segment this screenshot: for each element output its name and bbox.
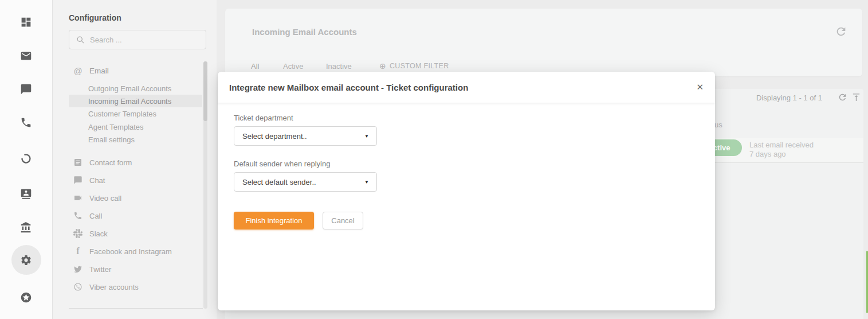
chevron-down-icon: ▼: [364, 134, 369, 139]
sidebar-item-incoming-email-accounts[interactable]: Incoming Email Accounts: [69, 95, 202, 107]
configuration-panel: Configuration @ Email Outgoing Email Acc…: [53, 0, 217, 319]
contact-form-icon: [73, 157, 83, 168]
ticket-department-label: Ticket department: [234, 114, 293, 122]
ticket-configuration-modal: Integrate new Mailbox email account - Ti…: [218, 72, 715, 310]
sidebar-item-video-call[interactable]: Video call: [69, 192, 202, 204]
tab-inactive[interactable]: Inactive: [326, 62, 352, 71]
modal-title: Integrate new Mailbox email account - Ti…: [229, 72, 468, 103]
configuration-title: Configuration: [69, 13, 121, 22]
twitter-icon: [73, 264, 83, 274]
dashboard-icon[interactable]: [19, 15, 33, 29]
sidebar-item-chat[interactable]: Chat: [69, 174, 202, 186]
tab-active[interactable]: Active: [283, 62, 303, 71]
last-email-received-value: 7 days ago: [749, 150, 786, 158]
chat-icon[interactable]: [19, 82, 33, 96]
viber-icon: [73, 282, 83, 292]
sidebar-item-facebook-instagram[interactable]: f Facebook and Instagram: [69, 245, 202, 258]
default-sender-select[interactable]: Select default sender.. ▼: [234, 172, 377, 192]
loop-icon[interactable]: [19, 151, 33, 165]
sidebar-item-contact-form[interactable]: Contact form: [69, 156, 202, 169]
sidebar-item-twitter[interactable]: Twitter: [69, 263, 202, 275]
at-icon: @: [73, 65, 83, 76]
page-header-card: [225, 9, 862, 76]
displaying-count: Displaying 1 - 1 of 1: [756, 94, 822, 102]
sidebar-item-agent-templates[interactable]: Agent Templates: [69, 120, 202, 133]
plus-circle-icon: ⊕: [379, 62, 386, 70]
custom-filter-button[interactable]: ⊕ CUSTOM FILTER: [379, 62, 449, 70]
sidebar-item-outgoing-email-accounts[interactable]: Outgoing Email Accounts: [69, 82, 202, 95]
refresh-icon[interactable]: [835, 25, 847, 38]
sidebar-item-email-settings[interactable]: Email settings: [69, 133, 202, 146]
config-section-email[interactable]: @ Email: [69, 64, 202, 77]
config-scrollbar-thumb[interactable]: [203, 61, 207, 121]
sidebar-item-viber-accounts[interactable]: Viber accounts: [69, 281, 202, 293]
modal-header: Integrate new Mailbox email account - Ti…: [218, 72, 715, 103]
scroll-to-top-icon[interactable]: [851, 92, 861, 102]
call-icon[interactable]: [19, 115, 33, 129]
sidebar-item-call[interactable]: Call: [69, 209, 202, 222]
call-icon: [73, 211, 83, 221]
search-icon: [76, 36, 85, 44]
bank-icon[interactable]: [19, 220, 33, 234]
config-search[interactable]: [69, 30, 206, 49]
video-call-icon: [73, 193, 83, 203]
icon-rail: [0, 0, 53, 319]
settings-icon[interactable]: [19, 253, 33, 267]
close-icon[interactable]: ✕: [696, 83, 704, 91]
contacts-icon[interactable]: [19, 186, 33, 200]
config-search-input[interactable]: [90, 36, 193, 44]
tab-all[interactable]: All: [251, 62, 259, 71]
email-icon[interactable]: [19, 49, 33, 63]
star-icon[interactable]: [19, 290, 33, 304]
facebook-icon: f: [73, 246, 83, 256]
config-scrollbar-track[interactable]: [203, 61, 207, 309]
sidebar-item-customer-templates[interactable]: Customer Templates: [69, 107, 202, 120]
sidebar-item-slack[interactable]: Slack: [69, 227, 202, 240]
page-title: Incoming Email Accounts: [252, 27, 357, 37]
chat-icon: [73, 175, 83, 185]
ticket-department-select[interactable]: Select department.. ▼: [234, 126, 377, 146]
finish-integration-button[interactable]: Finish integration: [234, 212, 314, 229]
chevron-down-icon: ▼: [364, 180, 369, 185]
last-email-received-label: Last email received: [749, 141, 814, 149]
config-divider: [69, 308, 203, 309]
default-sender-label: Default sender when replying: [234, 160, 330, 168]
cancel-button[interactable]: Cancel: [323, 212, 363, 229]
slack-icon: [73, 228, 83, 239]
refresh-list-icon[interactable]: [838, 92, 847, 102]
